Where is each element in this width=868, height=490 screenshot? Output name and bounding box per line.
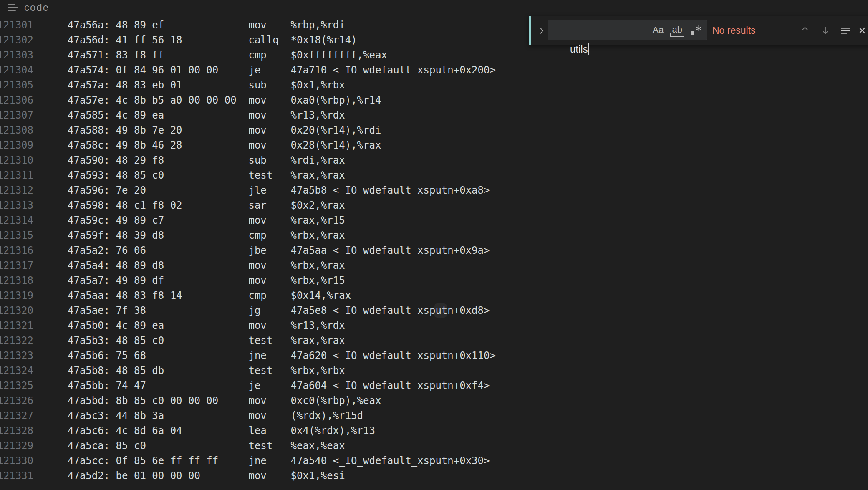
asm-ops: 47a5b8 <_IO_wdefault_xsputn+0xa8>	[291, 183, 490, 198]
asm-mn: mov	[248, 18, 290, 33]
regex-star-icon	[695, 25, 702, 32]
asm-addr: 47a59f:	[68, 228, 116, 243]
asm-mn: test	[248, 363, 290, 378]
asm-addr: 47a5a7:	[68, 273, 116, 288]
line-number: 121321	[0, 318, 33, 333]
find-widget: utils Aa ab No results	[529, 16, 868, 45]
asm-ops: *0x18(%r14)	[291, 33, 357, 48]
asm-line[interactable]: 47a5ca:85 c0test%eax,%eax	[68, 438, 496, 453]
asm-line[interactable]: 47a57e:4c 8b b5 a0 00 00 00mov0xa0(%rbp)…	[68, 93, 496, 108]
asm-bytes: 41 ff 56 18	[116, 33, 249, 48]
line-number: 121325	[0, 378, 33, 393]
line-number: 121317	[0, 258, 33, 273]
line-number: 121304	[0, 63, 33, 78]
asm-addr: 47a5b3:	[68, 333, 116, 348]
line-number: 121314	[0, 213, 33, 228]
asm-mn: mov	[248, 93, 290, 108]
asm-ops: 47a620 <_IO_wdefault_xsputn+0x110>	[291, 348, 496, 363]
asm-line[interactable]: 47a598:48 c1 f8 02sar$0x2,%rax	[68, 198, 496, 213]
line-number: 121311	[0, 168, 33, 183]
asm-line[interactable]: 47a5bd:8b 85 c0 00 00 00mov0xc0(%rbp),%e…	[68, 393, 496, 408]
whole-word-toggle[interactable]: ab	[671, 25, 684, 35]
line-number: 121312	[0, 183, 33, 198]
regex-toggle[interactable]	[691, 25, 702, 35]
line-number: 121310	[0, 153, 33, 168]
asm-addr: 47a57a:	[68, 78, 116, 93]
match-case-toggle[interactable]: Aa	[653, 25, 664, 35]
asm-mn: test	[248, 333, 290, 348]
asm-ops: 47a604 <_IO_wdefault_xsputn+0xf4>	[291, 378, 490, 393]
line-number: 121327	[0, 408, 33, 423]
asm-line[interactable]: 47a5c6:4c 8d 6a 04lea0x4(%rdx),%r13	[68, 423, 496, 438]
asm-line[interactable]: 47a5a4:48 89 d8mov%rbx,%rax	[68, 258, 496, 273]
asm-line[interactable]: 47a5a2:76 06jbe47a5aa <_IO_wdefault_xspu…	[68, 243, 496, 258]
asm-addr: 47a5c6:	[68, 423, 116, 438]
asm-line[interactable]: 47a58c:49 8b 46 28mov0x28(%r14),%rax	[68, 138, 496, 153]
line-number: 121331	[0, 468, 33, 483]
asm-line[interactable]: 47a56a:48 89 efmov%rbp,%rdi	[68, 18, 496, 33]
asm-mn: lea	[248, 423, 290, 438]
search-option-toggles: Aa ab	[653, 20, 702, 40]
search-input[interactable]: utils Aa ab	[548, 20, 707, 40]
code-lines[interactable]: 47a56a:48 89 efmov%rbp,%rdi47a56d:41 ff …	[68, 18, 496, 483]
asm-bytes: 7f 38	[116, 303, 249, 318]
previous-match-arrow-up-icon[interactable]	[800, 25, 810, 35]
asm-line[interactable]: 47a59c:49 89 c7mov%rax,%r15	[68, 213, 496, 228]
asm-line[interactable]: 47a574:0f 84 96 01 00 00je47a710 <_IO_wd…	[68, 63, 496, 78]
asm-line[interactable]: 47a5b3:48 85 c0test%rax,%rax	[68, 333, 496, 348]
asm-ops: 47a5e8 <_IO_wdefault_xsputn+0xd8>	[291, 303, 490, 318]
asm-line[interactable]: 47a5bb:74 47je47a604 <_IO_wdefault_xsput…	[68, 378, 496, 393]
asm-mn: je	[248, 378, 290, 393]
asm-ops: %rbx,%rax	[291, 228, 345, 243]
asm-mn: mov	[248, 318, 290, 333]
asm-bytes: 4c 8d 6a 04	[116, 423, 249, 438]
asm-bytes: 0f 85 6e ff ff ff	[116, 453, 249, 468]
asm-line[interactable]: 47a593:48 85 c0test%rax,%rax	[68, 168, 496, 183]
asm-line[interactable]: 47a5a7:49 89 dfmov%rbx,%r15	[68, 273, 496, 288]
line-number: 121313	[0, 198, 33, 213]
asm-line[interactable]: 47a588:49 8b 7e 20mov0x20(%r14),%rdi	[68, 123, 496, 138]
line-number: 121308	[0, 123, 33, 138]
asm-line[interactable]: 47a585:4c 89 eamov%r13,%rdx	[68, 108, 496, 123]
asm-line[interactable]: 47a5d2:be 01 00 00 00mov$0x1,%esi	[68, 468, 496, 483]
asm-mn: mov	[248, 273, 290, 288]
asm-line[interactable]: 47a571:83 f8 ffcmp$0xffffffff,%eax	[68, 48, 496, 63]
asm-line[interactable]: 47a5c3:44 8b 3amov(%rdx),%r15d	[68, 408, 496, 423]
asm-line[interactable]: 47a59f:48 39 d8cmp%rbx,%rax	[68, 228, 496, 243]
toggle-replace-chevron-icon[interactable]	[536, 25, 546, 35]
asm-ops: %rdi,%rax	[291, 153, 345, 168]
asm-line[interactable]: 47a590:48 29 f8sub%rdi,%rax	[68, 153, 496, 168]
asm-addr: 47a56d:	[68, 33, 116, 48]
asm-line[interactable]: 47a57a:48 83 eb 01sub$0x1,%rbx	[68, 78, 496, 93]
asm-line[interactable]: 47a5b8:48 85 dbtest%rbx,%rbx	[68, 363, 496, 378]
asm-line[interactable]: 47a56d:41 ff 56 18callq*0x18(%r14)	[68, 33, 496, 48]
next-match-arrow-down-icon[interactable]	[820, 25, 830, 35]
line-number: 121316	[0, 243, 33, 258]
close-icon[interactable]	[857, 25, 867, 35]
asm-bytes: 48 85 c0	[116, 333, 249, 348]
asm-line[interactable]: 47a5ae:7f 38jg47a5e8 <_IO_wdefault_xsput…	[68, 303, 496, 318]
asm-line[interactable]: 47a5b6:75 68jne47a620 <_IO_wdefault_xspu…	[68, 348, 496, 363]
document-title: code	[24, 2, 49, 13]
asm-addr: 47a5b6:	[68, 348, 116, 363]
asm-ops: %rax,%rax	[291, 333, 345, 348]
asm-ops: %rbx,%r15	[291, 273, 345, 288]
asm-ops: $0x14,%rax	[291, 288, 351, 303]
asm-line[interactable]: 47a5cc:0f 85 6e ff ff ffjne47a540 <_IO_w…	[68, 453, 496, 468]
asm-addr: 47a5bd:	[68, 393, 116, 408]
asm-line[interactable]: 47a5b0:4c 89 eamov%r13,%rdx	[68, 318, 496, 333]
editor-topbar: code	[0, 0, 868, 17]
asm-line[interactable]: 47a596:7e 20jle47a5b8 <_IO_wdefault_xspu…	[68, 183, 496, 198]
line-number: 121322	[0, 333, 33, 348]
asm-addr: 47a5d2:	[68, 468, 116, 483]
asm-mn: test	[248, 168, 290, 183]
asm-mn: mov	[248, 468, 290, 483]
asm-bytes: 4c 8b b5 a0 00 00 00	[116, 93, 249, 108]
asm-mn: jle	[248, 183, 290, 198]
asm-bytes: 48 89 ef	[116, 18, 249, 33]
find-in-selection-icon[interactable]	[840, 25, 850, 35]
asm-line[interactable]: 47a5aa:48 83 f8 14cmp$0x14,%rax	[68, 288, 496, 303]
asm-bytes: 48 85 db	[116, 363, 249, 378]
asm-addr: 47a5b8:	[68, 363, 116, 378]
asm-ops: 0xc0(%rbp),%eax	[291, 393, 381, 408]
